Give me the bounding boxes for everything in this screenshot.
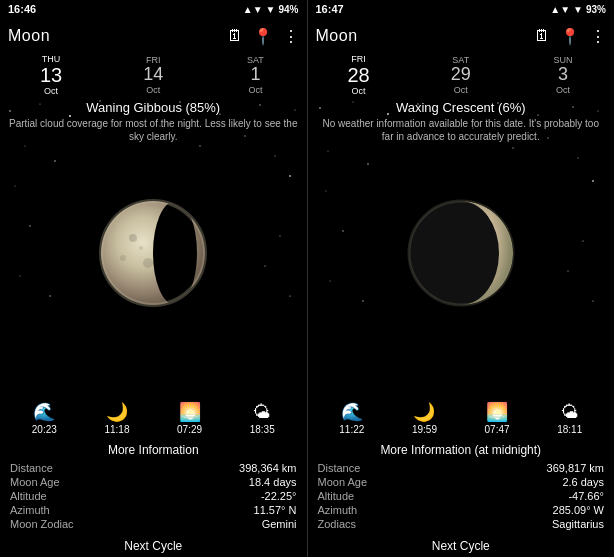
svg-point-29	[155, 227, 162, 234]
battery-right: 93%	[586, 4, 606, 15]
svg-point-22	[199, 145, 200, 146]
info-section-left: More Information Distance 398,364 km Moo…	[0, 439, 307, 535]
date-strip-right: FRI 28 Oct SAT 29 Oct SUN 3 Oct	[308, 54, 615, 96]
moon-svg-right	[401, 193, 521, 313]
svg-point-44	[577, 158, 578, 159]
svg-point-41	[327, 150, 328, 151]
time-right: 16:47	[316, 3, 344, 15]
status-icons-left: ▲▼ ▼ 94%	[243, 4, 299, 15]
battery-left: 94%	[278, 4, 298, 15]
wifi-icon: ▼	[266, 4, 276, 15]
date-item-sat-oct29[interactable]: SAT 29 Oct	[410, 58, 512, 92]
info-row-zodiac-left: Moon Zodiac Gemini	[10, 517, 297, 531]
bottom-icons-right: 🌊 11:22 🌙 19:59 🌅 07:47 🌤 18:11	[308, 397, 615, 439]
moon-scene-right: Waxing Crescent (6%) No weather informat…	[308, 96, 615, 397]
signal-icon: ▲▼	[243, 4, 263, 15]
info-row-altitude-left: Altitude -22.25°	[10, 489, 297, 503]
svg-point-52	[592, 300, 593, 301]
date-item-fri-oct14[interactable]: FRI 14 Oct	[102, 58, 204, 92]
svg-point-9	[24, 145, 25, 146]
svg-point-42	[367, 163, 369, 165]
svg-point-54	[512, 147, 513, 148]
info-row-distance-right: Distance 369,817 km	[318, 461, 605, 475]
moon-scene-left: Waning Gibbous (85%) Partial cloud cover…	[0, 96, 307, 397]
date-item-sat-oct1[interactable]: SAT 1 Oct	[204, 58, 306, 92]
time-left: 16:46	[8, 3, 36, 15]
phase-desc-left: Partial cloud coverage for most of the n…	[8, 117, 299, 143]
phase-name-left: Waning Gibbous (85%)	[8, 100, 299, 115]
next-cycle-right[interactable]: Next Cycle	[308, 535, 615, 557]
time-sunrise-left: 🌅 07:29	[177, 401, 202, 435]
left-screen: 16:46 ▲▼ ▼ 94% Moon 🗓 📍 ⋮ THU 13 Oct FRI…	[0, 0, 307, 557]
time-moon-right: 🌙 19:59	[412, 401, 437, 435]
svg-point-20	[289, 295, 290, 296]
svg-point-45	[592, 180, 594, 182]
phase-info-right: Waxing Crescent (6%) No weather informat…	[308, 100, 615, 143]
svg-point-51	[362, 300, 364, 302]
svg-point-15	[29, 225, 31, 227]
top-bar-right: Moon 🗓 📍 ⋮	[308, 18, 615, 54]
svg-point-12	[275, 156, 276, 157]
info-row-zodiac-right: Zodiacs Sagittarius	[318, 517, 605, 531]
more-button-left[interactable]: ⋮	[283, 27, 299, 46]
date-item-sun-oct[interactable]: SUN 3 Oct	[512, 58, 614, 92]
info-title-left: More Information	[10, 443, 297, 457]
signal-icon-right: ▲▼	[550, 4, 570, 15]
calendar-button-left[interactable]: 🗓	[227, 27, 243, 45]
info-row-distance-left: Distance 398,364 km	[10, 461, 297, 475]
time-moon-left: 🌙 11:18	[104, 401, 129, 435]
bottom-icons-left: 🌊 20:23 🌙 11:18 🌅 07:29 🌤 18:35	[0, 397, 307, 439]
svg-point-17	[264, 265, 265, 266]
svg-point-46	[325, 190, 326, 191]
info-row-age-right: Moon Age 2.6 days	[318, 475, 605, 489]
svg-point-16	[279, 235, 280, 236]
svg-point-28	[120, 255, 126, 261]
svg-point-48	[582, 240, 583, 241]
info-row-altitude-right: Altitude -47.66°	[318, 489, 605, 503]
date-strip-left: THU 13 Oct FRI 14 Oct SAT 1 Oct	[0, 54, 307, 96]
svg-point-47	[342, 230, 344, 232]
status-bar-right: 16:47 ▲▼ ▼ 93%	[308, 0, 615, 18]
svg-point-26	[129, 234, 137, 242]
info-row-age-left: Moon Age 18.4 days	[10, 475, 297, 489]
info-row-azimuth-right: Azimuth 285.09° W	[318, 503, 605, 517]
moon-svg-left	[93, 193, 213, 313]
status-icons-right: ▲▼ ▼ 93%	[550, 4, 606, 15]
status-bar-left: 16:46 ▲▼ ▼ 94%	[0, 0, 307, 18]
svg-point-30	[139, 246, 143, 250]
phase-info-left: Waning Gibbous (85%) Partial cloud cover…	[0, 100, 307, 143]
time-sunrise-right: 🌅 07:47	[485, 401, 510, 435]
next-cycle-left[interactable]: Next Cycle	[0, 535, 307, 557]
svg-point-10	[54, 160, 56, 162]
app-title-right: Moon	[316, 27, 358, 45]
date-item-thu-oct13[interactable]: THU 13 Oct	[0, 58, 102, 92]
location-button-right[interactable]: 📍	[560, 27, 580, 46]
date-item-fri-oct28[interactable]: FRI 28 Oct	[308, 58, 410, 92]
calendar-button-right[interactable]: 🗓	[534, 27, 550, 45]
top-icons-left: 🗓 📍 ⋮	[227, 27, 299, 46]
right-screen: 16:47 ▲▼ ▼ 93% Moon 🗓 📍 ⋮ FRI 28 Oct SAT…	[308, 0, 615, 557]
info-row-azimuth-left: Azimuth 11.57° N	[10, 503, 297, 517]
svg-point-19	[49, 295, 51, 297]
phase-desc-right: No weather information available for thi…	[316, 117, 607, 143]
time-moonrise-right: 🌊 11:22	[339, 401, 364, 435]
top-icons-right: 🗓 📍 ⋮	[534, 27, 606, 46]
app-title-left: Moon	[8, 27, 50, 45]
svg-point-18	[20, 276, 21, 277]
info-section-right: More Information (at midnight) Distance …	[308, 439, 615, 535]
info-title-right: More Information (at midnight)	[318, 443, 605, 457]
svg-point-49	[567, 270, 568, 271]
time-moonrise-left: 🌊 20:23	[32, 401, 57, 435]
svg-point-50	[329, 281, 330, 282]
wifi-icon-right: ▼	[573, 4, 583, 15]
time-sunset-left: 🌤 18:35	[250, 402, 275, 435]
svg-point-27	[143, 258, 153, 268]
phase-name-right: Waxing Crescent (6%)	[316, 100, 607, 115]
location-button-left[interactable]: 📍	[253, 27, 273, 46]
more-button-right[interactable]: ⋮	[590, 27, 606, 46]
time-sunset-right: 🌤 18:11	[557, 402, 582, 435]
svg-point-13	[289, 175, 291, 177]
top-bar-left: Moon 🗓 📍 ⋮	[0, 18, 307, 54]
svg-point-14	[14, 185, 15, 186]
